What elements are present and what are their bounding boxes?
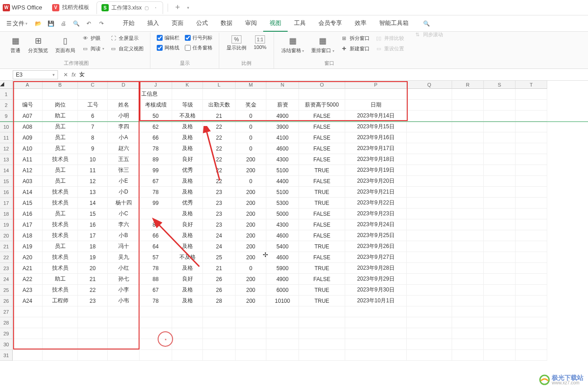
cell[interactable]: 22	[78, 285, 108, 296]
cell[interactable]: 2023年9月17日	[345, 143, 407, 154]
cell[interactable]: 26	[203, 285, 236, 296]
col-header-B[interactable]: B	[43, 81, 78, 89]
cell[interactable]: 及格	[172, 263, 203, 274]
cell[interactable]	[452, 339, 484, 350]
cell[interactable]: 及格	[172, 230, 203, 241]
cell[interactable]: A23	[13, 285, 43, 296]
cell[interactable]: 24	[203, 241, 236, 252]
cancel-icon[interactable]: ✕	[63, 72, 68, 78]
cell[interactable]	[452, 296, 484, 306]
cell[interactable]: A20	[13, 252, 43, 263]
cell[interactable]: 技术员	[43, 187, 78, 198]
cell[interactable]: 小韦	[108, 296, 140, 306]
cell[interactable]: 23	[203, 187, 236, 198]
col-header-O[interactable]: O	[299, 81, 345, 89]
cell[interactable]: 5000	[266, 209, 299, 219]
close-icon[interactable]: ・	[153, 5, 158, 11]
cell[interactable]: 64	[140, 241, 172, 252]
col-header-M[interactable]: M	[236, 81, 266, 89]
cell[interactable]	[172, 350, 203, 361]
cell[interactable]: 出勤天数	[203, 100, 236, 111]
cell[interactable]: 5100	[266, 187, 299, 198]
col-header-K[interactable]: K	[172, 81, 203, 89]
row-header-9[interactable]: 9	[0, 111, 13, 121]
col-header-P[interactable]: P	[345, 81, 407, 89]
cell[interactable]: 2023年9月14日	[345, 111, 407, 121]
cell[interactable]: 4100	[266, 132, 299, 143]
cell[interactable]: 工程师	[43, 296, 78, 306]
cell[interactable]: 优秀	[172, 165, 203, 176]
cell[interactable]	[516, 89, 547, 100]
cell[interactable]: 21	[203, 111, 236, 121]
cell[interactable]: A10	[13, 143, 43, 154]
cell[interactable]: 小B	[108, 230, 140, 241]
cell[interactable]: TRUE	[299, 187, 345, 198]
formula-bar-checkbox[interactable]: 编辑栏	[155, 34, 181, 42]
cell[interactable]	[407, 230, 452, 241]
cell[interactable]: 4400	[266, 176, 299, 187]
cell[interactable]	[484, 317, 516, 328]
cell[interactable]	[407, 132, 452, 143]
freeze-panes-button[interactable]: ▦ 冻结窗格 ▾	[279, 34, 307, 56]
cell[interactable]	[407, 176, 452, 187]
cell[interactable]	[484, 263, 516, 274]
cell[interactable]	[140, 209, 172, 219]
row-header-17[interactable]: 17	[0, 198, 13, 209]
undo-icon[interactable]: ↶	[83, 18, 95, 29]
cell[interactable]: 99	[140, 165, 172, 176]
cell[interactable]	[516, 165, 547, 176]
cell[interactable]	[484, 121, 516, 132]
row-header-20[interactable]: 20	[0, 230, 13, 241]
cell[interactable]	[484, 274, 516, 285]
cell[interactable]	[43, 306, 78, 317]
cell[interactable]: TRUE	[299, 241, 345, 252]
cell[interactable]	[407, 100, 452, 111]
cell[interactable]: 200	[236, 241, 266, 252]
search-button[interactable]: 🔍	[420, 18, 432, 29]
cell[interactable]	[516, 350, 547, 361]
cell[interactable]: FALSE	[299, 121, 345, 132]
redo-icon[interactable]: ↷	[96, 18, 107, 29]
cell[interactable]: 2023年9月24日	[345, 219, 407, 230]
cell[interactable]	[345, 350, 407, 361]
cell[interactable]: 薪资	[266, 100, 299, 111]
cell[interactable]	[266, 328, 299, 339]
cell[interactable]	[516, 132, 547, 143]
cell[interactable]	[516, 176, 547, 187]
cell[interactable]	[407, 285, 452, 296]
cell[interactable]	[407, 252, 452, 263]
cell[interactable]	[484, 350, 516, 361]
cell[interactable]: 姓名	[108, 100, 140, 111]
cell[interactable]: 小李	[108, 285, 140, 296]
menu-tab-10[interactable]: 智能工具箱	[373, 15, 415, 32]
cell[interactable]	[345, 306, 407, 317]
cell[interactable]	[13, 339, 43, 350]
cell[interactable]: A21	[13, 263, 43, 274]
cell[interactable]	[108, 350, 140, 361]
chevron-down-icon[interactable]: ▾	[53, 73, 55, 77]
cell[interactable]	[407, 154, 452, 165]
cell[interactable]: 良好	[172, 274, 203, 285]
cell[interactable]	[266, 306, 299, 317]
cell[interactable]: 26	[203, 274, 236, 285]
cell[interactable]: 28	[203, 296, 236, 306]
cell[interactable]	[452, 165, 484, 176]
cell[interactable]	[452, 252, 484, 263]
cell[interactable]: 优秀	[172, 198, 203, 209]
cell[interactable]: 员工	[43, 121, 78, 132]
cell[interactable]	[452, 100, 484, 111]
cell[interactable]	[299, 306, 345, 317]
cell[interactable]: 62	[140, 121, 172, 132]
cell[interactable]: 4900	[266, 274, 299, 285]
cell[interactable]: 5300	[266, 198, 299, 209]
row-header-27[interactable]: 27	[0, 306, 13, 317]
headings-checkbox[interactable]: 行号列标	[183, 34, 214, 42]
cell[interactable]	[236, 328, 266, 339]
cell[interactable]	[484, 198, 516, 209]
cell[interactable]	[203, 350, 236, 361]
cell[interactable]: 16	[78, 219, 108, 230]
cell[interactable]	[43, 89, 78, 100]
cell[interactable]: FALSE	[299, 176, 345, 187]
cell[interactable]: 200	[236, 165, 266, 176]
zoom-button[interactable]: % 显示比例	[224, 34, 249, 53]
